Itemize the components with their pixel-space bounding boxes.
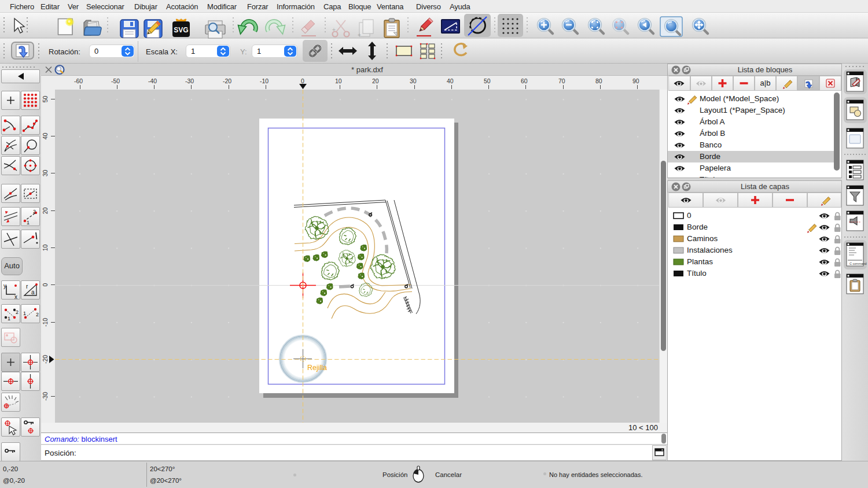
svg-text:x: x — [14, 294, 17, 300]
svg-text:C command: C command — [849, 262, 867, 265]
svg-text:10: 10 — [42, 245, 49, 252]
svg-text:50: 50 — [42, 96, 49, 103]
svg-text:1: 1 — [23, 310, 26, 316]
svg-text:20: 20 — [42, 208, 49, 215]
svg-text:SVG: SVG — [174, 26, 188, 34]
svg-text:Rejilla: Rejilla — [307, 364, 327, 372]
svg-text:a: a — [31, 289, 35, 295]
svg-text:0: 0 — [42, 283, 49, 286]
svg-text:40: 40 — [42, 133, 49, 140]
svg-text:-30: -30 — [42, 392, 49, 401]
svg-text:30: 30 — [42, 170, 49, 177]
svg-text:+: + — [332, 27, 336, 33]
svg-text:-10: -10 — [42, 318, 49, 327]
svg-text:r: r — [26, 283, 28, 290]
svg-text:1: 1 — [8, 316, 10, 321]
svg-text:+: + — [358, 32, 361, 38]
svg-text:2: 2 — [16, 309, 19, 315]
svg-text:y: y — [3, 283, 6, 289]
svg-text:2: 2 — [33, 209, 36, 215]
svg-text:2: 2 — [36, 312, 39, 317]
svg-text:-20: -20 — [42, 355, 49, 364]
svg-text:1: 1 — [27, 220, 30, 225]
